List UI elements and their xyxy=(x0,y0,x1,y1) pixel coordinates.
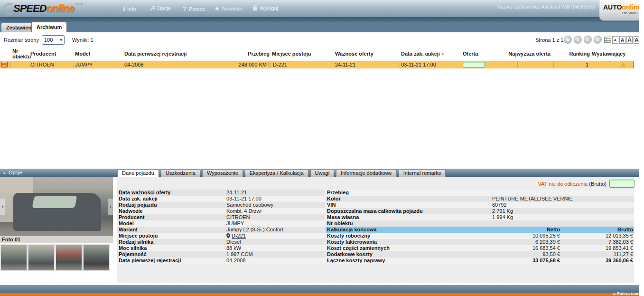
col-header-data-rejestracji[interactable]: Data pierwszej rejestracji xyxy=(124,51,187,57)
header-divider-band xyxy=(0,17,639,22)
calc-total-row: Łączne koszty naprawy33 075,68 €39 360,0… xyxy=(326,258,634,264)
font-size-large-button[interactable]: A xyxy=(626,36,633,44)
detail-value: 1 997 CCM xyxy=(226,251,253,258)
auction-row[interactable]: CITROEN JUMPY 04-2008 248 000 KM ! D-221… xyxy=(0,61,634,68)
list-toolbar: Rozmiar strony 100 ▾ Wyniki: 1 Strona 1 … xyxy=(0,32,639,48)
vehicle-photo-main[interactable]: ‹ › Foto 01 xyxy=(0,177,113,243)
lock-icon xyxy=(253,7,257,10)
col-header-ranking[interactable]: Ranking xyxy=(555,51,590,57)
results-count: Wyniki: 1 xyxy=(72,37,93,43)
solera-company-label: a Solera company xyxy=(613,291,639,296)
opcje-toggle[interactable]: ►Opcje xyxy=(3,170,22,175)
detail-value: PEINTURE METALLISEE VERNIE xyxy=(492,196,573,202)
detail-row: VIN60792 xyxy=(326,202,634,208)
vat-label: VAT nie do odliczenia xyxy=(538,181,588,187)
content-clip: SPEEDonlineweb iInfo Opcje ?Pomoc ★Nowoś… xyxy=(0,0,639,296)
nav-nowosci-label: Nowości xyxy=(222,6,242,11)
calc-header: Kalkulacja końcowa Netto Brutto xyxy=(326,227,634,233)
prev-page-button[interactable]: ‹ xyxy=(574,36,582,44)
detail-row: Pojemność1 997 CCM xyxy=(117,251,325,258)
row-marker-icon xyxy=(1,62,8,67)
logo-online-text: online xyxy=(47,2,75,14)
col-header-data-zak-aukcji[interactable]: Data zak. aukcji▼ xyxy=(401,51,445,57)
col-header-oferta[interactable]: Oferta xyxy=(463,51,478,57)
photo-prev-button[interactable]: ‹ xyxy=(0,199,5,215)
photo-next-button[interactable]: › xyxy=(108,199,113,215)
calc-col-netto: Netto xyxy=(494,227,560,233)
page-size-select[interactable]: 100 ▾ xyxy=(42,35,65,45)
detail-row: Data pierwszej rejestracji04-2008 xyxy=(117,258,325,264)
map-pin-icon xyxy=(226,233,230,239)
last-page-button[interactable]: » xyxy=(594,36,602,44)
tab-dane-pojazdu[interactable]: Dane pojazdu xyxy=(117,169,159,177)
calc-label: Łączne koszty naprawy xyxy=(326,258,494,264)
font-size-small-button[interactable]: A xyxy=(612,36,618,44)
detail-row: ModelJUMPY xyxy=(117,220,325,227)
first-page-button[interactable]: « xyxy=(564,36,572,44)
font-size-xlarge-button[interactable]: A xyxy=(634,36,639,44)
tab-informacje-dodatkowe[interactable]: Informacje dodatkowe xyxy=(336,169,397,177)
oferta-bid-input[interactable] xyxy=(463,62,485,67)
brand-tagline: The Value Experts xyxy=(603,11,639,15)
detail-row: NadwozieKombi, 4 Drzwi xyxy=(117,208,325,214)
tab-uwagi[interactable]: Uwagi xyxy=(310,169,335,177)
brand-online-text: online xyxy=(622,3,639,11)
logo-speed-text: SPEED xyxy=(13,2,47,14)
photo-thumbnail-2[interactable] xyxy=(28,244,55,271)
vehicle-details-left: Data ważności oferty24-11-21 Data zak. a… xyxy=(117,190,325,264)
detail-label: Wariant xyxy=(117,227,226,233)
tab-wyposazenie[interactable]: Wyposażenie xyxy=(202,169,243,177)
tab-uszkodzenia[interactable]: Uszkodzenia xyxy=(161,169,200,177)
nav-pomoc-label: Pomoc xyxy=(189,6,205,12)
detail-label: Data ważności oferty xyxy=(117,190,226,196)
detail-value: 04-2008 xyxy=(226,258,245,264)
calc-row: Koszt części zamiennych16 683,54 €19 853… xyxy=(326,245,634,251)
column-divider xyxy=(271,61,271,68)
row-model: JUMPY xyxy=(75,62,93,67)
detail-label: Rodzaj silnika xyxy=(117,239,226,245)
col-header-wystawiajacy[interactable]: Wystawiający xyxy=(592,51,625,57)
nav-nowosci[interactable]: ★Nowości xyxy=(215,5,242,12)
top-header: SPEEDonlineweb iInfo Opcje ?Pomoc ★Nowoś… xyxy=(0,0,639,17)
photo-thumbnail-3[interactable] xyxy=(55,244,83,271)
detail-row: ProducentCITROEN xyxy=(117,214,325,220)
nav-info-label: Info xyxy=(127,6,136,12)
col-header-model[interactable]: Model xyxy=(75,51,90,57)
location-link[interactable]: D-221 xyxy=(232,233,246,239)
nav-info[interactable]: iInfo xyxy=(122,5,136,12)
detail-label: Moc silnika xyxy=(117,245,226,251)
nav-wyloguj[interactable]: Wyloguj xyxy=(253,5,278,11)
column-divider xyxy=(74,61,74,68)
col-header-waznosc-oferty[interactable]: Ważność oferty xyxy=(335,51,373,57)
detail-value: 03-11-21 17:00 xyxy=(226,196,261,202)
tab-internal-remarks[interactable]: Internal remarks xyxy=(399,169,446,177)
nav-opcje[interactable]: Opcje xyxy=(149,5,171,11)
col-header-przebieg[interactable]: Przebieg xyxy=(218,51,270,57)
detail-label: Miejsce postoju xyxy=(117,233,226,239)
row-producent: CITROEN xyxy=(30,62,54,67)
row-data-zak-aukcji: 03-11-21 17:00 xyxy=(401,62,436,67)
detail-row: Dopuszczalna masa całkowita pojazdu2 791… xyxy=(326,208,634,214)
col-header-data-zak-aukcji-label: Data zak. aukcji xyxy=(401,51,440,57)
photo-caption: Foto 01 xyxy=(0,236,113,243)
detail-row: Data ważności oferty24-11-21 xyxy=(117,190,325,196)
nav-pomoc[interactable]: ?Pomoc xyxy=(183,5,205,12)
calc-row: Koszty robocizny10 095,25 €12 013,35 € xyxy=(326,233,634,239)
export-excel-button[interactable] xyxy=(604,37,611,44)
calc-netto: 6 203,39 € xyxy=(494,239,560,245)
next-page-button[interactable]: › xyxy=(584,36,592,44)
tab-archiwum[interactable]: Archiwum xyxy=(31,22,67,32)
footer-bar xyxy=(0,285,639,293)
photo-thumbnail-4[interactable] xyxy=(83,244,110,271)
row-waznosc-oferty: 24-11-21 xyxy=(335,62,355,67)
detail-row: Rodzaj pojazduSamochód osobowy xyxy=(117,202,325,208)
photo-thumbnail-1[interactable] xyxy=(0,244,28,271)
col-header-najwyzsza-oferta[interactable]: Najwyższa oferta xyxy=(501,51,551,57)
detail-label: Model xyxy=(117,220,226,227)
tab-ekspertyza-kalkulacja[interactable]: Ekspertyza / Kalkulacja xyxy=(245,169,308,177)
col-header-miejsce-postoju[interactable]: Miejsce postoju xyxy=(272,51,311,57)
font-size-medium-button[interactable]: A xyxy=(619,36,625,44)
dropdown-arrow-icon: ▾ xyxy=(60,36,62,44)
col-header-producent[interactable]: Producent xyxy=(30,51,56,57)
vat-brutto-input[interactable] xyxy=(609,180,635,188)
